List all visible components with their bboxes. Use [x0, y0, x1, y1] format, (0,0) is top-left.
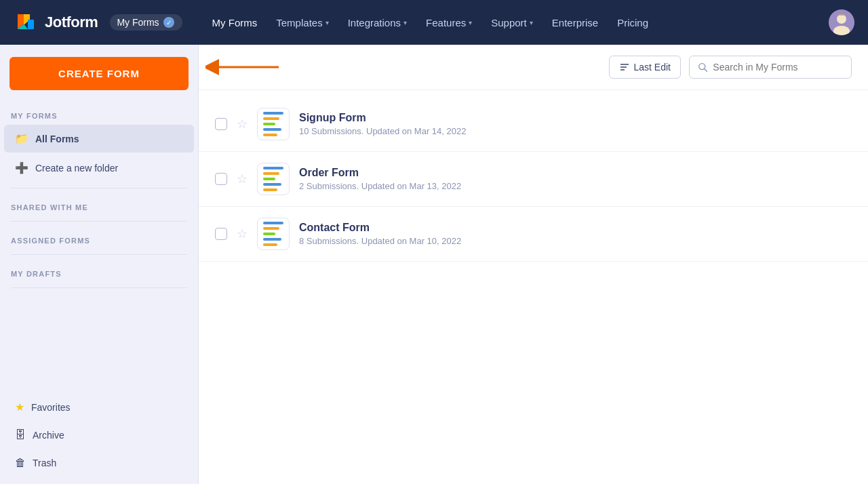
line-blue-2 [263, 183, 281, 186]
sidebar-item-all-forms[interactable]: 📁 All Forms [4, 125, 194, 153]
all-forms-label: All Forms [35, 134, 79, 144]
nav-link-integrations[interactable]: Integrations ▾ [338, 12, 416, 34]
jotform-logo-icon [14, 10, 38, 35]
form-thumbnail-contact-form [257, 218, 290, 250]
line-orange [263, 172, 279, 175]
main-layout: CREATE FORM MY FORMS 📁 All Forms ➕ Creat… [0, 45, 868, 484]
line-green [263, 123, 275, 125]
form-meta-signup-form: 10 Submissions. Updated on Mar 14, 2022 [299, 126, 852, 136]
sort-button[interactable]: Last Edit [609, 56, 681, 79]
line-orange-2 [263, 243, 277, 246]
line-green [263, 233, 275, 235]
line-blue [263, 222, 283, 224]
nav-link-support[interactable]: Support ▾ [481, 12, 542, 34]
nav-links: My Forms Templates ▾ Integrations ▾ Feat… [203, 12, 822, 34]
sidebar-bottom: ★ Favorites 🗄 Archive 🗑 Trash [0, 392, 198, 484]
user-avatar[interactable] [829, 9, 854, 35]
form-checkbox-order-form[interactable] [215, 173, 227, 185]
form-star-signup-form[interactable]: ☆ [237, 117, 248, 132]
topnav: Jotform My Forms ✓ My Forms Templates ▾ … [0, 0, 868, 45]
form-info-signup-form: Signup Form 10 Submissions. Updated on M… [299, 112, 852, 136]
form-lines-icon [263, 222, 283, 246]
sort-icon [619, 62, 630, 73]
form-title-signup-form: Signup Form [299, 112, 852, 124]
divider-2 [11, 221, 187, 222]
nav-link-features[interactable]: Features ▾ [416, 12, 481, 34]
archive-label: Archive [33, 430, 64, 441]
svg-marker-3 [28, 20, 34, 29]
search-input[interactable] [713, 62, 843, 73]
templates-chevron-icon: ▾ [326, 19, 329, 26]
favorites-label: Favorites [31, 402, 71, 413]
form-checkbox-signup-form[interactable] [215, 118, 227, 130]
sidebar-item-create-folder[interactable]: ➕ Create a new folder [4, 154, 194, 182]
workspace-badge[interactable]: My Forms ✓ [110, 14, 182, 31]
line-blue [263, 112, 283, 115]
nav-link-enterprise[interactable]: Enterprise [542, 12, 608, 34]
folder-icon: 📁 [15, 132, 28, 145]
form-meta-order-form: 2 Submissions. Updated on Mar 13, 2022 [299, 181, 852, 191]
form-lines-icon [263, 112, 283, 136]
form-list: ☆ Signup Form 10 Submissions. Updated on… [199, 90, 868, 484]
form-row-contact-form[interactable]: ☆ Contact Form 8 Submissions. Updated on… [199, 207, 868, 262]
star-icon: ★ [15, 401, 24, 414]
line-orange-2 [263, 134, 277, 136]
arrow-icon [205, 57, 280, 77]
sidebar-item-favorites[interactable]: ★ Favorites [4, 393, 194, 421]
divider-4 [11, 287, 187, 288]
nav-link-pricing[interactable]: Pricing [608, 12, 658, 34]
form-thumbnail-signup-form [257, 108, 290, 140]
sidebar-item-archive[interactable]: 🗄 Archive [4, 422, 194, 449]
brand-name: Jotform [45, 14, 98, 31]
archive-icon: 🗄 [15, 429, 26, 441]
arrow-annotation [205, 57, 280, 77]
form-checkbox-contact-form[interactable] [215, 228, 227, 240]
content-area: Last Edit ☆ [199, 45, 868, 484]
create-form-button[interactable]: CREATE FORM [9, 57, 189, 90]
form-info-order-form: Order Form 2 Submissions. Updated on Mar… [299, 167, 852, 191]
nav-link-templates[interactable]: Templates ▾ [267, 12, 338, 34]
create-folder-label: Create a new folder [35, 163, 118, 174]
line-orange [263, 117, 279, 120]
form-title-contact-form: Contact Form [299, 222, 852, 234]
sidebar: CREATE FORM MY FORMS 📁 All Forms ➕ Creat… [0, 45, 199, 484]
form-info-contact-form: Contact Form 8 Submissions. Updated on M… [299, 222, 852, 246]
search-icon [698, 62, 707, 73]
assigned-forms-section-label: ASSIGNED FORMS [0, 227, 198, 249]
integrations-chevron-icon: ▾ [403, 19, 407, 26]
divider-3 [11, 254, 187, 255]
nav-right [822, 9, 854, 35]
search-box[interactable] [689, 56, 852, 79]
nav-link-my-forms[interactable]: My Forms [203, 12, 267, 34]
line-blue [263, 167, 283, 169]
shared-with-me-section-label: SHARED WITH ME [0, 194, 198, 216]
line-orange [263, 227, 279, 230]
line-green [263, 178, 275, 180]
svg-line-14 [705, 69, 707, 72]
sidebar-item-trash[interactable]: 🗑 Trash [4, 449, 194, 477]
logo-area[interactable]: Jotform [14, 10, 98, 35]
add-folder-icon: ➕ [15, 161, 28, 174]
form-title-order-form: Order Form [299, 167, 852, 179]
workspace-check-icon: ✓ [163, 17, 174, 28]
features-chevron-icon: ▾ [469, 19, 472, 26]
line-blue-2 [263, 128, 281, 131]
line-orange-2 [263, 188, 277, 191]
my-drafts-section-label: MY DRAFTS [0, 260, 198, 282]
avatar-image [829, 9, 854, 35]
support-chevron-icon: ▾ [530, 19, 533, 26]
form-row-order-form[interactable]: ☆ Order Form 2 Submissions. Updated on M… [199, 152, 868, 207]
form-meta-contact-form: 8 Submissions. Updated on Mar 10, 2022 [299, 236, 852, 246]
form-star-contact-form[interactable]: ☆ [237, 226, 248, 241]
trash-label: Trash [33, 458, 56, 468]
divider-1 [11, 188, 187, 188]
workspace-label: My Forms [117, 17, 159, 28]
form-thumbnail-order-form [257, 163, 290, 195]
sort-label: Last Edit [634, 62, 671, 73]
trash-icon: 🗑 [15, 457, 26, 469]
form-lines-icon [263, 167, 283, 191]
toolbar: Last Edit [199, 45, 868, 90]
form-star-order-form[interactable]: ☆ [237, 172, 248, 186]
line-blue-2 [263, 238, 281, 241]
form-row-signup-form[interactable]: ☆ Signup Form 10 Submissions. Updated on… [199, 97, 868, 152]
